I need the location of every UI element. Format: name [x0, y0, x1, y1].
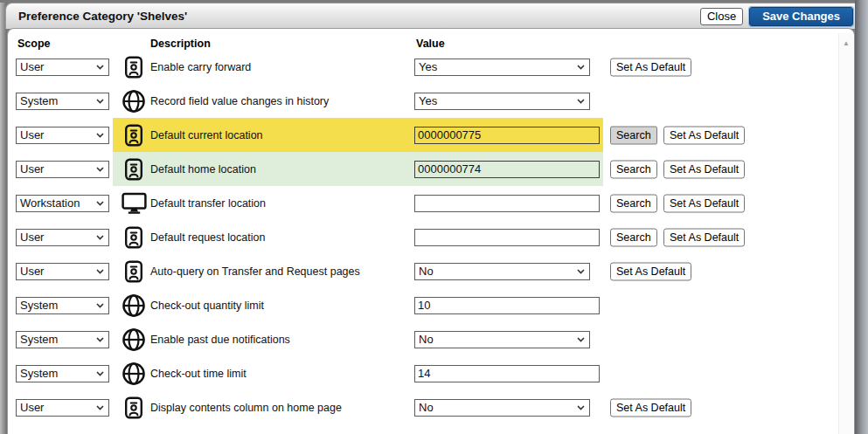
- window-border-left: [0, 0, 7, 434]
- preference-description: Check-out quantity limit: [150, 300, 264, 312]
- scope-select[interactable]: System: [16, 365, 109, 382]
- dialog-titlebar: Preference Category 'Shelves' Close Save…: [5, 3, 863, 29]
- search-button[interactable]: Search: [610, 194, 657, 212]
- chevron-down-icon: [96, 167, 104, 172]
- preference-description: Enable past due notifications: [150, 334, 290, 346]
- scope-select[interactable]: System: [16, 297, 109, 314]
- search-button[interactable]: Search: [610, 126, 657, 144]
- chevron-down-icon: [577, 99, 585, 104]
- chevron-down-icon: [96, 303, 104, 308]
- preference-description: Enable carry forward: [150, 61, 251, 73]
- value-input[interactable]: [414, 365, 600, 382]
- close-button[interactable]: Close: [700, 8, 743, 25]
- set-as-default-button[interactable]: Set As Default: [663, 194, 745, 212]
- value-select[interactable]: Yes: [414, 59, 590, 76]
- preference-rows: User Enable carry forward Yes Set As Def…: [8, 50, 839, 424]
- monitor-icon: [120, 192, 148, 215]
- preference-description: Record field value changes in history: [150, 95, 329, 107]
- scope-select[interactable]: User: [16, 161, 109, 178]
- preference-description: Auto-query on Transfer and Request pages: [150, 265, 360, 278]
- value-select[interactable]: No: [414, 331, 590, 348]
- globe-icon: [120, 293, 148, 318]
- scope-select[interactable]: User: [16, 263, 109, 280]
- set-as-default-button[interactable]: Set As Default: [663, 160, 745, 178]
- value-input[interactable]: [414, 297, 600, 314]
- chevron-down-icon: [577, 337, 585, 342]
- preference-row: System Check-out time limit: [8, 356, 839, 390]
- scope-select-value: User: [20, 265, 96, 278]
- scope-select[interactable]: Workstation: [16, 195, 109, 212]
- value-input[interactable]: [414, 161, 600, 178]
- chevron-down-icon: [96, 337, 104, 342]
- preference-row: Workstation Default transfer location Se…: [8, 186, 839, 220]
- preference-row: System Record field value changes in his…: [8, 84, 839, 118]
- value-select[interactable]: No: [414, 263, 590, 280]
- value-input[interactable]: [414, 195, 600, 212]
- value-select-value: No: [419, 401, 577, 414]
- scope-select-value: User: [20, 128, 96, 141]
- preference-description: Default request location: [150, 231, 265, 244]
- value-input[interactable]: [414, 127, 600, 144]
- chevron-down-icon: [96, 133, 104, 138]
- set-as-default-button[interactable]: Set As Default: [663, 126, 745, 144]
- column-header-description: Description: [150, 38, 211, 50]
- value-select[interactable]: No: [414, 399, 590, 417]
- preference-row: User Auto-query on Transfer and Request …: [8, 254, 839, 288]
- set-as-default-button[interactable]: Set As Default: [610, 398, 691, 417]
- chevron-down-icon: [96, 269, 104, 274]
- set-as-default-button[interactable]: Set As Default: [663, 228, 745, 246]
- search-button[interactable]: Search: [610, 160, 657, 178]
- preference-row: User Display contents column on home pag…: [8, 390, 839, 424]
- chevron-down-icon: [577, 65, 585, 70]
- value-input[interactable]: [414, 229, 600, 246]
- chevron-down-icon: [96, 99, 104, 104]
- preference-row: System Check-out quantity limit: [8, 288, 839, 322]
- scope-select-value: System: [20, 94, 96, 107]
- preference-description: Display contents column on home page: [150, 402, 342, 414]
- scope-select[interactable]: User: [16, 229, 109, 246]
- value-select[interactable]: Yes: [414, 93, 590, 110]
- scroll-up-icon[interactable]: ▲: [839, 37, 853, 49]
- scope-select-value: User: [20, 231, 96, 244]
- preference-description: Default home location: [150, 163, 256, 176]
- scope-select-value: User: [20, 162, 96, 176]
- chevron-down-icon: [96, 201, 104, 206]
- scope-select[interactable]: User: [16, 399, 109, 417]
- user-badge-icon: [120, 225, 148, 250]
- window-border-right: [855, 0, 868, 434]
- scope-select[interactable]: System: [16, 331, 109, 348]
- scope-select[interactable]: User: [16, 59, 109, 76]
- chevron-down-icon: [577, 405, 585, 410]
- preference-row: User Enable carry forward Yes Set As Def…: [8, 50, 839, 84]
- scope-select-value: Workstation: [20, 196, 96, 210]
- preference-row: User Default current location Search Set…: [8, 118, 839, 152]
- user-badge-icon: [120, 396, 148, 420]
- scope-select[interactable]: System: [16, 93, 109, 110]
- user-badge-icon: [120, 157, 148, 182]
- scope-select[interactable]: User: [16, 127, 109, 144]
- set-as-default-button[interactable]: Set As Default: [610, 262, 691, 280]
- search-button[interactable]: Search: [610, 228, 657, 246]
- preference-description: Default transfer location: [150, 197, 266, 210]
- globe-icon: [120, 89, 148, 114]
- preference-row: User Default home location Search Set As…: [8, 152, 839, 186]
- scope-select-value: System: [20, 367, 96, 380]
- scope-select-value: User: [20, 60, 96, 73]
- chevron-down-icon: [96, 235, 104, 240]
- scope-select-value: System: [20, 299, 96, 312]
- globe-icon: [120, 327, 148, 352]
- column-header-value: Value: [416, 38, 445, 50]
- chevron-down-icon: [96, 405, 104, 410]
- user-badge-icon: [120, 259, 148, 284]
- set-as-default-button[interactable]: Set As Default: [610, 58, 691, 76]
- preference-description: Check-out time limit: [150, 368, 247, 380]
- save-changes-button[interactable]: Save Changes: [749, 7, 853, 26]
- globe-icon: [120, 362, 148, 386]
- preference-row: User Default request location Search Set…: [8, 220, 839, 254]
- user-badge-icon: [120, 55, 148, 79]
- scope-select-value: User: [20, 401, 96, 414]
- vertical-scrollbar[interactable]: ▲: [838, 33, 853, 434]
- preferences-panel: Scope Description Value User Enable carr…: [7, 28, 855, 434]
- value-select-value: No: [419, 265, 577, 278]
- titlebar-buttons: Close Save Changes: [700, 7, 853, 26]
